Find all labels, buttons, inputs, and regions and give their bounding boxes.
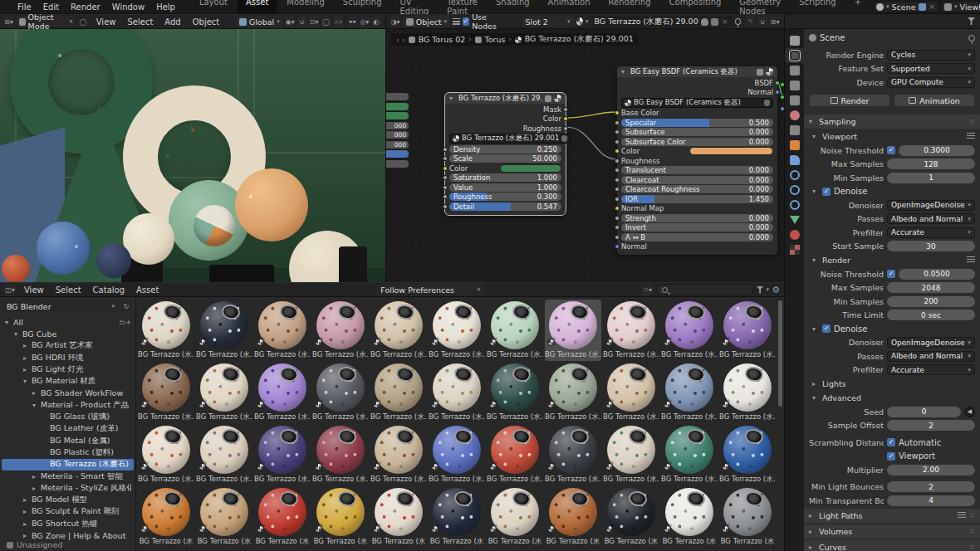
- input-socket[interactable]: [443, 147, 448, 152]
- asset-tile[interactable]: BG Terrazzo (水...: [254, 300, 311, 361]
- catalog-bg-material-[interactable]: ▾BG Material 材质: [2, 375, 134, 387]
- color-swatch[interactable]: [689, 147, 773, 155]
- viewport-menu-add[interactable]: Add: [159, 17, 186, 27]
- prop-field[interactable]: 0 sec: [887, 310, 975, 320]
- catalog-all[interactable]: ▾All🗀+: [2, 316, 134, 328]
- scene-properties-tab[interactable]: [785, 93, 805, 108]
- collapse-arrow-icon[interactable]: ▾: [449, 95, 456, 102]
- catalog-bg-shader-workflow[interactable]: ▸BG Shader WorkFlow: [2, 388, 134, 399]
- slider-field[interactable]: Detail0.547: [449, 202, 561, 211]
- output-socket[interactable]: [563, 126, 568, 131]
- asset-tile[interactable]: BG Terrazzo (水...: [370, 300, 427, 361]
- catalog-bg-artist-[interactable]: ▸BG Artist 艺术家: [2, 340, 134, 352]
- input-socket[interactable]: [443, 204, 448, 209]
- section-arrow-icon[interactable]: ▾: [812, 394, 819, 402]
- preset-list-icon[interactable]: [967, 256, 975, 263]
- subpanel-arrow-icon[interactable]: ▾: [812, 325, 819, 333]
- render-properties-tab[interactable]: [785, 48, 805, 63]
- import-method-select[interactable]: Follow Preferences ▾: [377, 284, 483, 295]
- section-menu-icon[interactable]: ⁙: [969, 544, 975, 551]
- prop-field[interactable]: 2048: [887, 282, 975, 293]
- prop-field[interactable]: 4: [887, 495, 975, 506]
- tree-expand-icon[interactable]: ▸: [23, 366, 30, 373]
- prop-select[interactable]: OpenImageDenoise▾: [887, 337, 975, 348]
- section-sampling[interactable]: ▾Sampling⁙: [804, 115, 980, 129]
- asset-tile[interactable]: BG Terrazzo (水...: [719, 362, 776, 423]
- input-socket[interactable]: [615, 149, 620, 154]
- prop-field[interactable]: 2: [887, 481, 975, 492]
- node-preview-icon[interactable]: [757, 69, 763, 76]
- input-socket[interactable]: [615, 139, 620, 144]
- 3d-viewport[interactable]: [0, 29, 385, 282]
- pivot-point-icon[interactable]: ◉▾: [286, 16, 295, 27]
- section-menu-icon[interactable]: ⁙: [969, 528, 975, 535]
- asset-menu-catalog[interactable]: Catalog: [87, 285, 130, 295]
- tree-expand-icon[interactable]: ▸: [32, 473, 39, 480]
- catalog-bg-terrazzo-[interactable]: BG Terrazzo (水磨石): [2, 459, 134, 471]
- asset-tile[interactable]: BG Terrazzo (水: [487, 486, 543, 548]
- input-socket[interactable]: [615, 158, 620, 163]
- asset-tile[interactable]: BG Terrazzo (水...: [196, 362, 252, 423]
- world-properties-tab[interactable]: [785, 108, 805, 123]
- asset-tile[interactable]: BG Terrazzo (水...: [661, 300, 718, 361]
- asset-tile[interactable]: BG Terrazzo (水...: [487, 362, 543, 423]
- asset-tile[interactable]: BG Terrazzo (水...: [429, 424, 485, 485]
- catalog-bg-shortcut-[interactable]: ▸BG Shortcut 热键: [2, 518, 134, 529]
- texture-properties-tab[interactable]: [785, 242, 805, 257]
- filter-icon[interactable]: [968, 17, 975, 25]
- value-field[interactable]: Scale50.000: [449, 154, 561, 163]
- asset-filter-icon[interactable]: [757, 286, 764, 294]
- viewlayer-selector[interactable]: ▾ ViewLayer ×: [941, 1, 980, 12]
- partial-node-fragment[interactable]: 000000000: [386, 93, 409, 169]
- snapping-options-icon[interactable]: ⊡▾: [310, 16, 319, 27]
- tree-collapse-icon[interactable]: ▾: [23, 378, 30, 385]
- section-volumes[interactable]: ▸Volumes⁙: [804, 524, 980, 539]
- editor-type-asset-browser-icon[interactable]: ◫▾: [4, 284, 16, 295]
- input-socket[interactable]: [615, 168, 620, 173]
- tree-expand-icon[interactable]: ▸: [23, 354, 30, 362]
- breadcrumb-item[interactable]: BG Terrazzo (水磨石) 29.001: [525, 34, 634, 45]
- breadcrumb-item[interactable]: Torus: [485, 35, 506, 44]
- checkbox[interactable]: ✓: [887, 452, 895, 461]
- show-gizmo-icon[interactable]: 👓: [348, 16, 357, 27]
- scrollbar[interactable]: [778, 300, 782, 407]
- menu-help[interactable]: Help: [150, 2, 181, 12]
- prop-field[interactable]: 30: [887, 241, 975, 251]
- checkbox[interactable]: ✓: [887, 438, 895, 446]
- asset-tile[interactable]: BG Terrazzo (水...: [719, 300, 776, 361]
- terrazzo-node[interactable]: ▾BG Terrazzo (水磨石) 29.001MaskColorRoughn…: [445, 93, 566, 215]
- slider-field[interactable]: Roughness0.300: [449, 193, 561, 201]
- asset-tile[interactable]: BG Terrazzo (水...: [254, 424, 311, 485]
- asset-tile[interactable]: BG Terrazzo (水...: [138, 362, 194, 423]
- value-field[interactable]: Invert0.000: [621, 223, 773, 232]
- asset-tile[interactable]: BG Terrazzo (水: [719, 486, 776, 548]
- asset-tile[interactable]: BG Terrazzo (水...: [487, 424, 543, 485]
- prop-field[interactable]: 1: [887, 173, 975, 183]
- input-socket[interactable]: [615, 178, 620, 183]
- value-field[interactable]: Subsurface Color0.000: [621, 138, 773, 146]
- object-properties-tab[interactable]: [785, 138, 805, 153]
- tree-collapse-icon[interactable]: ▾: [32, 402, 39, 409]
- section-menu-icon[interactable]: ⁙: [969, 118, 975, 125]
- catalog-bg-hdri-[interactable]: ▸BG HDRI 环境: [2, 352, 134, 363]
- asset-tile[interactable]: BG Terrazzo (水: [545, 486, 601, 548]
- asset-tile[interactable]: BG Terrazzo (水...: [370, 362, 427, 423]
- viewport-shading-icon[interactable]: ◐: [372, 16, 381, 27]
- asset-tile[interactable]: BG Terrazzo (水...: [545, 424, 601, 485]
- section-arrow-icon[interactable]: ▾: [812, 256, 819, 264]
- asset-tile[interactable]: BG Terrazzo (水...: [661, 362, 718, 423]
- tree-expand-icon[interactable]: ▸: [23, 532, 30, 539]
- input-socket[interactable]: [615, 244, 620, 249]
- output-socket[interactable]: [775, 80, 780, 85]
- tree-expand-icon[interactable]: ▸: [23, 342, 30, 349]
- color-swatch[interactable]: [500, 164, 561, 173]
- catalog-bg-glass-[interactable]: BG Glass (玻璃): [2, 411, 134, 422]
- slider-field[interactable]: Specular0.500: [621, 119, 773, 127]
- prop-field[interactable]: 200: [887, 296, 975, 307]
- collection-properties-tab[interactable]: [785, 123, 805, 138]
- animation-button[interactable]: Animation: [894, 94, 975, 107]
- input-socket[interactable]: [615, 225, 620, 230]
- asset-tile[interactable]: BG Terrazzo (水...: [312, 300, 369, 361]
- prop-field[interactable]: 0: [887, 407, 961, 417]
- asset-tile[interactable]: BG Terrazzo (水...: [312, 362, 369, 423]
